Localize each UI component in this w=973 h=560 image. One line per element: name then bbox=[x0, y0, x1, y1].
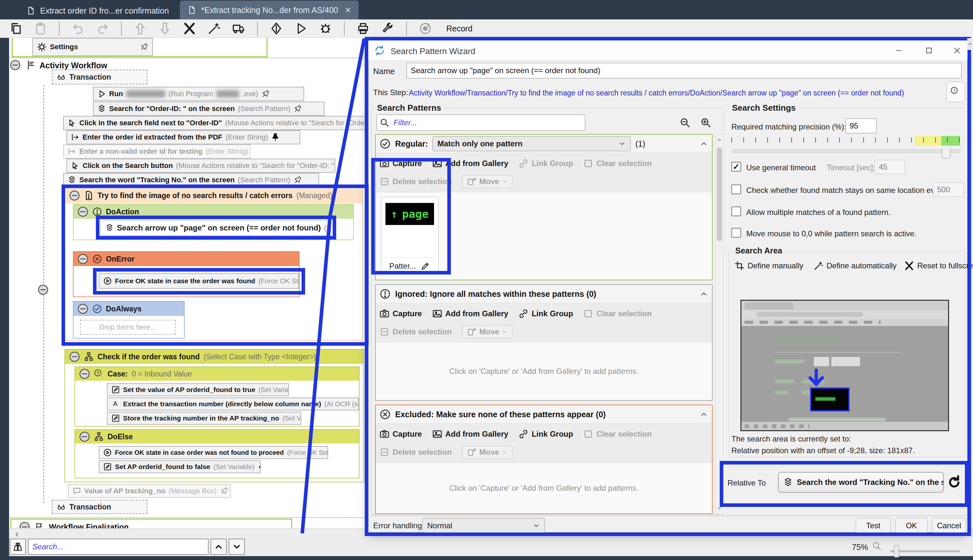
zoom-in-patterns-button[interactable] bbox=[700, 117, 711, 128]
undo-button[interactable] bbox=[71, 22, 85, 35]
move-button-ignored[interactable]: Move bbox=[462, 325, 512, 338]
link-group-button-ignored[interactable]: Link Group bbox=[519, 309, 573, 318]
define-manually-button[interactable]: Define manually bbox=[734, 261, 803, 271]
move-button-excluded[interactable]: Move bbox=[462, 446, 512, 459]
refresh-relative-button[interactable] bbox=[946, 475, 962, 490]
collapse-chevron-icon[interactable] bbox=[699, 140, 708, 148]
transaction-node[interactable]: Transaction bbox=[52, 70, 147, 85]
run-button[interactable] bbox=[294, 22, 308, 35]
find-previous-button[interactable] bbox=[210, 538, 227, 555]
print-button[interactable] bbox=[356, 22, 370, 35]
collapse-icon[interactable] bbox=[77, 303, 88, 314]
excluded-header[interactable]: Excluded: Make sure none of these patter… bbox=[376, 405, 712, 423]
test-button[interactable]: Test bbox=[856, 518, 891, 533]
collapse-chevron-icon[interactable] bbox=[699, 410, 708, 418]
zoom-slider-thumb[interactable] bbox=[894, 545, 899, 557]
collapse-transaction-button[interactable] bbox=[38, 284, 48, 295]
record-label[interactable]: Record bbox=[446, 24, 472, 33]
settings-wrench-button[interactable] bbox=[381, 22, 394, 35]
settings-node[interactable]: Settings bbox=[32, 38, 153, 56]
paste-button[interactable] bbox=[34, 22, 47, 35]
truck-button[interactable] bbox=[232, 22, 245, 35]
activity-workflow-label[interactable]: Activity Workflow bbox=[40, 61, 107, 70]
collapse-icon[interactable] bbox=[69, 190, 80, 201]
scrollbar-thumb[interactable] bbox=[717, 147, 722, 241]
close-button[interactable] bbox=[947, 43, 967, 58]
collapse-icon[interactable] bbox=[79, 368, 90, 379]
same-location-checkbox[interactable] bbox=[731, 185, 741, 194]
link-group-button-excluded[interactable]: Link Group bbox=[519, 429, 573, 439]
pin-filled-icon[interactable] bbox=[258, 463, 261, 470]
capture-button-excluded[interactable]: Capture bbox=[380, 429, 422, 439]
window-scrollbar-arrow[interactable] bbox=[967, 38, 973, 50]
patterns-scrollbar[interactable] bbox=[715, 134, 724, 514]
zoom-slider-track[interactable] bbox=[890, 550, 960, 552]
wand-button[interactable] bbox=[207, 22, 221, 35]
step-set-orderid-true[interactable]: Set the value of AP orderid_found to tru… bbox=[107, 383, 289, 396]
scroll-down-icon[interactable] bbox=[716, 505, 722, 511]
finalization-label[interactable]: Workflow Finalization bbox=[49, 522, 129, 528]
zoom-out-patterns-button[interactable] bbox=[679, 117, 691, 128]
scroll-up-icon[interactable] bbox=[716, 137, 722, 143]
step-force-ok-notfound[interactable]: Force OK state in case order was not fou… bbox=[99, 446, 328, 459]
clear-selection-button-ignored[interactable]: Clear selection bbox=[583, 309, 652, 318]
collapse-icon[interactable] bbox=[77, 253, 88, 265]
clear-selection-button-regular[interactable]: Clear selection bbox=[583, 158, 652, 168]
match-mode-select[interactable]: Match only one pattern bbox=[432, 136, 631, 151]
error-handling-select[interactable]: Normal bbox=[422, 518, 545, 533]
link-group-button-regular[interactable]: Link Group bbox=[519, 158, 573, 168]
record-icon[interactable] bbox=[419, 22, 432, 35]
collapse-chevron-icon[interactable] bbox=[699, 290, 708, 298]
find-button[interactable] bbox=[10, 538, 26, 555]
collapse-icon[interactable] bbox=[77, 206, 88, 217]
multiple-matches-checkbox[interactable] bbox=[731, 207, 741, 216]
step-set-orderid-false[interactable]: Set AP orderid_found to false (Set Varia… bbox=[99, 460, 261, 473]
reset-fullscreen-button[interactable]: Reset to fullscreen bbox=[905, 261, 973, 271]
capture-button-ignored[interactable]: Capture bbox=[380, 309, 422, 318]
delete-button[interactable] bbox=[183, 22, 196, 35]
timeout-input[interactable] bbox=[875, 160, 905, 174]
add-from-gallery-button-regular[interactable]: Add from Gallery bbox=[432, 158, 509, 168]
collapse-panel-button[interactable]: ‹ bbox=[12, 529, 22, 538]
delete-selection-button-excluded[interactable]: Delete selection bbox=[380, 447, 452, 457]
filter-input[interactable] bbox=[376, 115, 585, 131]
relative-to-button[interactable]: Search the word "Tracking No." on the s bbox=[778, 472, 944, 493]
tab-close-icon[interactable]: × bbox=[345, 5, 351, 15]
drop-items-target[interactable]: Drop Items here... bbox=[80, 320, 175, 335]
step-click-field[interactable]: Click in the search field next to "Order… bbox=[63, 116, 369, 130]
search-input[interactable] bbox=[28, 538, 209, 555]
ignored-header[interactable]: Ignored: Ignore all matches within these… bbox=[376, 285, 712, 303]
delete-selection-button-ignored[interactable]: Delete selection bbox=[380, 327, 452, 337]
doalways-header[interactable]: DoAlways bbox=[73, 302, 184, 316]
copy-button[interactable] bbox=[9, 22, 23, 35]
pin-filled-icon[interactable] bbox=[271, 133, 280, 142]
step-search-tracking[interactable]: Search the word "Tracking No." on the sc… bbox=[63, 173, 319, 187]
find-next-button[interactable] bbox=[229, 538, 245, 555]
debug-button[interactable] bbox=[319, 22, 332, 35]
onerror-header[interactable]: OnError bbox=[73, 252, 299, 266]
regular-header[interactable]: Regular: Match only one pattern (1) bbox=[376, 135, 712, 153]
move-mouse-checkbox[interactable] bbox=[731, 228, 741, 238]
collapse-activity-button[interactable] bbox=[10, 60, 21, 70]
step-extract-transaction[interactable]: A Extract the transaction number (direct… bbox=[107, 398, 359, 410]
selectcase-header[interactable]: Check if the order was found (Select Cas… bbox=[65, 350, 364, 364]
doelse-header[interactable]: DoElse bbox=[75, 430, 359, 443]
step-enter-orderid[interactable]: Enter the order id extracted from the PD… bbox=[67, 130, 300, 144]
clear-selection-button-excluded[interactable]: Clear selection bbox=[583, 429, 652, 439]
precision-input[interactable] bbox=[845, 118, 876, 133]
add-from-gallery-button-ignored[interactable]: Add from Gallery bbox=[432, 309, 509, 318]
step-run-program[interactable]: Run (Run Program .exe) bbox=[93, 87, 304, 101]
move-up-button[interactable] bbox=[134, 22, 147, 35]
collapse-icon[interactable] bbox=[79, 431, 90, 442]
pin-icon[interactable] bbox=[250, 146, 250, 158]
transaction2-node[interactable]: Transaction bbox=[52, 500, 147, 514]
pin-icon[interactable] bbox=[259, 88, 271, 100]
pin-icon[interactable] bbox=[292, 103, 304, 115]
precision-slider-track[interactable] bbox=[731, 150, 961, 153]
step-search-orderid[interactable]: Search for "Order-ID: " on the screen (S… bbox=[93, 102, 325, 116]
pin-icon[interactable] bbox=[218, 485, 230, 497]
managed-block-header[interactable]: Try to find the image of no search resul… bbox=[65, 188, 362, 203]
step-click-search[interactable]: Click on the Search button (Mouse Action… bbox=[67, 158, 335, 173]
maximize-button[interactable] bbox=[919, 43, 939, 58]
delete-selection-button-regular[interactable]: Delete selection bbox=[380, 177, 452, 187]
